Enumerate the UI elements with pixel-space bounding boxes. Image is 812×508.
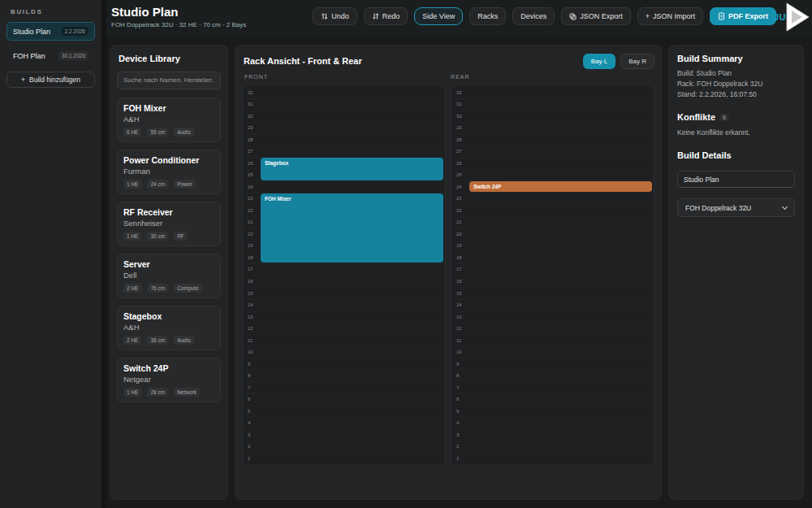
pdf-export-label: PDF Export xyxy=(728,12,768,20)
rack-slot[interactable]: 9 xyxy=(451,358,654,371)
rack-slot[interactable]: 15 xyxy=(243,288,445,300)
device-card[interactable]: Stagebox A&H 2 HE 38 cm Audio xyxy=(117,306,221,350)
rack-slot[interactable]: 13 xyxy=(243,311,445,323)
rack-slot[interactable]: 32 xyxy=(243,87,445,99)
rack-slot[interactable]: 10 xyxy=(451,346,654,358)
slot-number: 30 xyxy=(243,114,259,119)
rack-slot[interactable]: 18 xyxy=(451,252,654,264)
rack-slot[interactable]: 23 xyxy=(451,193,654,206)
rack-slot[interactable]: 4 xyxy=(243,417,445,429)
build-date-badge: 30.1.2026 xyxy=(58,51,89,60)
rack-slot[interactable]: 16 xyxy=(451,276,654,288)
rack-slot[interactable]: 19 xyxy=(451,241,654,253)
rack-slot[interactable]: 16 xyxy=(243,276,445,288)
rack-slot[interactable]: 9 xyxy=(243,358,445,371)
rack-slot[interactable]: 2 xyxy=(243,441,445,453)
device-card[interactable]: FOH Mixer A&H 6 HE 55 cm Audio xyxy=(117,98,221,142)
sidebar-build-item[interactable]: Studio Plan 2.2.2026 xyxy=(6,22,95,41)
rack-device-block[interactable]: Switch 24P xyxy=(469,181,652,192)
rack-slot[interactable]: 28 xyxy=(451,134,654,146)
app-header: Studio Plan FOH Doppelrack 32U · 32 HE ·… xyxy=(106,0,812,37)
rack-slot[interactable]: 15 xyxy=(451,288,654,300)
rack-slot[interactable]: 22 xyxy=(451,205,654,217)
rack-slot[interactable]: 26 xyxy=(451,158,654,170)
rack-slot[interactable]: 6 xyxy=(451,393,654,406)
device-manufacturer: Netgear xyxy=(123,375,214,384)
racks-row: 3231302928272625242322212019181716151413… xyxy=(242,85,654,466)
pdf-export-button[interactable]: PDF Export xyxy=(710,7,776,25)
add-build-label: Build hinzufügen xyxy=(29,76,80,84)
rack-slot[interactable]: 14 xyxy=(243,299,445,311)
add-build-button[interactable]: + Build hinzufügen xyxy=(6,72,95,88)
rack-slot[interactable]: 8 xyxy=(243,370,445,382)
device-card[interactable]: Power Conditioner Furman 1 HE 24 cm Powe… xyxy=(117,150,221,194)
rack-slot[interactable]: 30 xyxy=(243,111,445,123)
rack-slot[interactable]: 24 xyxy=(243,181,445,193)
rack-slot[interactable]: 29 xyxy=(243,123,445,135)
slot-number: 32 xyxy=(243,90,259,95)
rack-slot[interactable]: 28 xyxy=(243,134,445,146)
undo-button[interactable]: Undo xyxy=(313,7,357,25)
rack-slot[interactable]: 2 xyxy=(451,441,654,453)
rack-slot[interactable]: 3 xyxy=(243,429,445,441)
slot-number: 30 xyxy=(451,114,468,119)
rack-slot[interactable]: 27 xyxy=(243,146,445,158)
rack-slot[interactable]: 6 xyxy=(243,393,445,406)
rack-slot[interactable]: 7 xyxy=(451,382,654,394)
rack-slot[interactable]: 12 xyxy=(451,323,654,335)
bay-right-button[interactable]: Bay R xyxy=(620,54,654,69)
rack-slot[interactable]: 31 xyxy=(243,99,445,111)
summary-stand-line: Stand: 2.2.2026, 16:07:50 xyxy=(677,89,795,100)
slot-number: 28 xyxy=(451,137,468,142)
json-import-button[interactable]: + JSON Import xyxy=(637,7,703,25)
bay-switcher: Bay L Bay R xyxy=(583,54,654,69)
rack-slot[interactable]: 13 xyxy=(451,311,654,323)
rack-slot[interactable]: 31 xyxy=(451,99,654,111)
rack-slot[interactable]: 1 xyxy=(243,453,445,465)
rack-slot[interactable]: 1 xyxy=(451,453,654,465)
rack-device-block[interactable]: FOH Mixer xyxy=(261,193,443,263)
rack-slot[interactable]: 17 xyxy=(451,264,654,276)
front-rack[interactable]: 3231302928272625242322212019181716151413… xyxy=(242,85,446,466)
json-export-button[interactable]: JSON Export xyxy=(561,7,631,25)
rack-slot[interactable]: 30 xyxy=(451,111,654,123)
rack-slot[interactable]: 32 xyxy=(451,87,654,99)
devices-button[interactable]: Devices xyxy=(512,7,555,25)
undo-icon xyxy=(321,12,328,20)
rack-slot[interactable]: 5 xyxy=(451,406,654,418)
rack-slot[interactable]: 20 xyxy=(451,228,654,241)
slot-number: 5 xyxy=(243,409,259,414)
rack-slot[interactable]: 29 xyxy=(451,123,654,135)
rack-slot[interactable]: 25 xyxy=(451,170,654,182)
rack-slot[interactable]: 11 xyxy=(243,335,445,347)
rack-slot[interactable]: 5 xyxy=(243,406,445,418)
rack-slot[interactable]: 17 xyxy=(243,264,445,276)
rack-slot[interactable]: 7 xyxy=(243,382,445,394)
rack-slot[interactable]: 10 xyxy=(243,346,445,358)
bay-left-button[interactable]: Bay L xyxy=(583,54,615,69)
rack-slot[interactable]: 27 xyxy=(451,146,654,158)
rack-select[interactable]: FOH Doppelrack 32U xyxy=(677,198,795,217)
redo-button[interactable]: Redo xyxy=(364,7,408,25)
build-name-input[interactable] xyxy=(677,171,795,188)
rack-slot[interactable]: 14 xyxy=(451,299,654,311)
sidebar-build-item[interactable]: FOH Plan 30.1.2026 xyxy=(6,46,95,65)
racks-button[interactable]: Racks xyxy=(469,7,506,25)
device-card[interactable]: RF Receiver Sennheiser 1 HE 30 cm RF xyxy=(117,202,221,246)
rack-slot[interactable]: 4 xyxy=(451,417,654,429)
device-card[interactable]: Server Dell 2 HE 76 cm Compute xyxy=(117,254,221,298)
device-search-input[interactable] xyxy=(117,72,221,89)
rack-slot[interactable]: 3 xyxy=(451,429,654,441)
rack-slot[interactable]: 21 xyxy=(451,217,654,229)
rack-slot[interactable]: 8 xyxy=(451,370,654,382)
rack-device-block[interactable]: Stagebox xyxy=(261,158,443,180)
device-card[interactable]: Switch 24P Netgear 1 HE 28 cm Network xyxy=(117,358,221,402)
rear-rack[interactable]: 3231302928272625242322212019181716151413… xyxy=(451,85,654,466)
slot-number: 16 xyxy=(243,279,259,284)
side-view-button[interactable]: Side View xyxy=(414,7,463,25)
rack-slot[interactable]: 12 xyxy=(243,323,445,335)
slot-number: 7 xyxy=(451,385,468,390)
slot-number: 13 xyxy=(451,315,468,319)
sidebar-title: BUILDS xyxy=(0,0,102,22)
rack-slot[interactable]: 11 xyxy=(451,335,654,347)
